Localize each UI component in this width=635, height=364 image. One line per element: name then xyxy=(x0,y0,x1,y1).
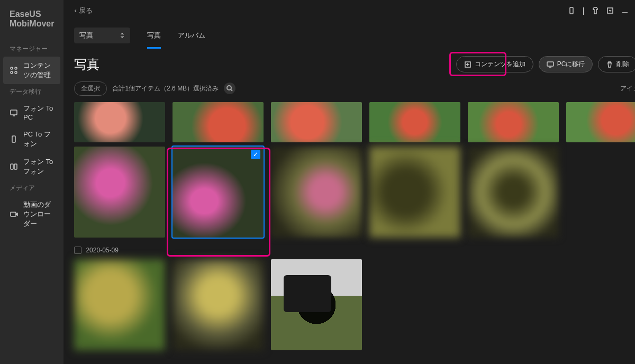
group-date: 2020-05-09 xyxy=(86,247,118,254)
titlebar: ‹ 戻る | xyxy=(64,0,635,21)
brand-title: EaseUS MobiMover xyxy=(0,10,64,41)
tabbar: 写真 写真 アルバム xyxy=(64,21,635,43)
group-checkbox[interactable] xyxy=(74,247,81,254)
sidebar-item-pc-to-phone[interactable]: PC To フォン xyxy=(0,125,64,153)
phone-to-phone-icon xyxy=(10,162,18,171)
sidebar-item-label: フォン To PC xyxy=(23,104,54,121)
checkmark-icon xyxy=(251,150,260,159)
page-title: 写真 xyxy=(74,56,99,73)
photo-thumb[interactable] xyxy=(173,259,264,350)
selection-status: 合計1個アイテム（2.6 MB）選択済み xyxy=(112,84,219,93)
add-content-button[interactable]: コンテンツを追加 xyxy=(456,56,533,72)
sidebar-item-label: PC To フォン xyxy=(23,130,54,149)
delete-button[interactable]: 削除 xyxy=(598,56,635,72)
photo-thumb[interactable] xyxy=(173,102,264,142)
transfer-to-pc-button[interactable]: PCに移行 xyxy=(539,56,593,72)
sidebar-item-label: フォン To フォン xyxy=(23,157,54,176)
section-label-manager: マネージャー xyxy=(0,41,64,57)
photo-thumb[interactable] xyxy=(566,102,635,142)
svg-point-0 xyxy=(11,67,13,69)
svg-point-17 xyxy=(227,86,231,90)
sidebar-item-video-downloader[interactable]: 動画のダウンローダー xyxy=(0,196,64,233)
sidebar-item-content-management[interactable]: コンテンツの管理 xyxy=(3,57,60,84)
pc-icon xyxy=(547,61,554,68)
sidebar-item-phone-to-phone[interactable]: フォン To フォン xyxy=(0,153,64,180)
sort-control[interactable]: アイコン順 ▾ xyxy=(620,84,635,93)
back-button[interactable]: ‹ 戻る xyxy=(64,6,92,15)
svg-point-2 xyxy=(11,71,13,74)
shirt-icon[interactable] xyxy=(592,6,599,15)
dropdown-icon[interactable] xyxy=(606,6,614,15)
svg-rect-9 xyxy=(570,7,573,14)
svg-point-3 xyxy=(15,71,17,74)
photo-thumb[interactable] xyxy=(74,147,165,238)
photo-grid: 2020-05-09 3個写真 xyxy=(64,102,635,364)
svg-point-1 xyxy=(15,67,17,69)
tab-albums[interactable]: アルバム xyxy=(178,28,205,43)
sidebar-item-phone-to-pc[interactable]: フォン To PC xyxy=(0,99,64,125)
photo-thumb[interactable] xyxy=(271,259,362,350)
photo-thumb[interactable] xyxy=(369,102,460,142)
svg-rect-6 xyxy=(11,164,13,169)
trash-icon xyxy=(606,61,613,68)
photo-thumb[interactable] xyxy=(271,102,362,142)
photo-thumb[interactable] xyxy=(369,147,460,238)
photo-thumb[interactable] xyxy=(74,259,165,350)
divider-icon: | xyxy=(583,6,585,15)
sidebar-item-label: コンテンツの管理 xyxy=(23,61,54,80)
chevron-left-icon: ‹ xyxy=(74,6,76,14)
button-label: 削除 xyxy=(616,60,629,69)
add-icon xyxy=(464,61,471,68)
category-dropdown[interactable]: 写真 xyxy=(74,28,130,43)
svg-rect-13 xyxy=(547,62,554,66)
back-label: 戻る xyxy=(79,6,93,15)
photo-thumb-selected[interactable] xyxy=(173,147,264,238)
main-panel: ‹ 戻る | 写真 写真 アルバム 写真 xyxy=(64,0,635,364)
chevron-updown-icon xyxy=(120,33,125,38)
button-label: PCに移行 xyxy=(557,60,585,69)
sidebar: EaseUS MobiMover マネージャー コンテンツの管理 データ移行 フ… xyxy=(0,0,64,364)
svg-rect-5 xyxy=(12,136,15,142)
search-icon xyxy=(226,85,233,92)
grid-icon xyxy=(10,66,18,75)
phone-to-pc-icon xyxy=(10,108,18,117)
svg-rect-8 xyxy=(11,212,16,216)
search-button[interactable] xyxy=(224,83,235,94)
section-label-media: メディア xyxy=(0,180,64,196)
dropdown-label: 写真 xyxy=(79,31,93,40)
svg-rect-4 xyxy=(11,110,17,115)
sidebar-item-label: 動画のダウンローダー xyxy=(23,200,54,229)
svg-rect-7 xyxy=(14,164,17,169)
sort-label: アイコン順 xyxy=(620,84,635,93)
section-label-transfer: データ移行 xyxy=(0,84,64,99)
phone-icon[interactable] xyxy=(568,6,575,15)
video-download-icon xyxy=(10,210,18,219)
photo-thumb[interactable] xyxy=(74,102,165,142)
pc-to-phone-icon xyxy=(10,135,18,143)
photo-thumb[interactable] xyxy=(271,147,362,238)
select-all-button[interactable]: 全選択 xyxy=(74,81,107,96)
photo-thumb[interactable] xyxy=(468,102,559,142)
photo-thumb[interactable] xyxy=(468,147,559,238)
button-label: コンテンツを追加 xyxy=(475,60,525,69)
minimize-button[interactable] xyxy=(621,6,629,15)
tab-photos[interactable]: 写真 xyxy=(147,28,161,43)
